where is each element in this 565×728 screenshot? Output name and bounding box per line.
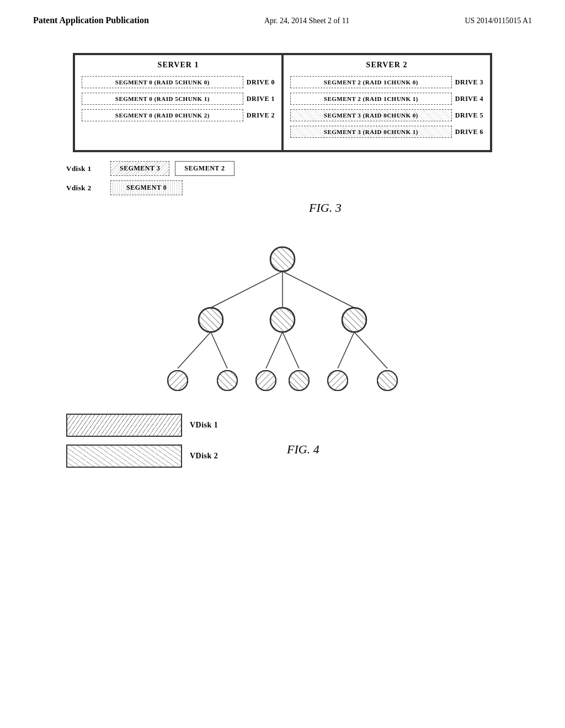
tree-line-l2l-left [178,332,211,368]
drive-row-3: SEGMENT 2 (RAID 1CHUNK 0) DRIVE 3 [290,76,483,88]
vdisk1-seg3: SEGMENT 3 [110,161,169,176]
tree-line-root-left [211,271,282,308]
server1-title: SERVER 1 [82,61,275,69]
tree-diagram [145,243,420,397]
tree-line-l2r-left [338,332,354,368]
vdisk2-label: Vdisk 2 [66,184,105,192]
vdisk1-row: Vdisk 1 SEGMENT 3 SEGMENT 2 [66,161,532,176]
segment-s1-2: SEGMENT 0 (RAID 0CHUNK 2) [82,109,243,121]
drive-label-3: DRIVE 3 [455,78,483,87]
server2-title: SERVER 2 [290,61,483,69]
segment-s1-1: SEGMENT 0 (RAID 5CHUNK 1) [82,93,243,105]
drive-row-4: SEGMENT 2 (RAID 1CHUNK 1) DRIVE 4 [290,93,483,105]
tree-svg [145,243,420,397]
tree-line-l2r-right [354,332,387,368]
server1-box: SERVER 1 SEGMENT 0 (RAID 5CHUNK 0) DRIVE… [74,54,282,151]
drive-label-1: DRIVE 1 [247,95,275,103]
segment-s2-1: SEGMENT 2 (RAID 1CHUNK 1) [290,93,452,105]
drive-row-1: SEGMENT 0 (RAID 5CHUNK 1) DRIVE 1 [82,93,275,105]
fig3-diagram: SERVER 1 SEGMENT 0 (RAID 5CHUNK 0) DRIVE… [33,53,532,215]
vdisk1-legend-box [66,414,182,437]
servers-container: SERVER 1 SEGMENT 0 (RAID 5CHUNK 0) DRIVE… [73,53,492,152]
segment-s2-3: SEGMENT 3 (RAID 0CHUNK 1) [290,126,452,138]
drive-label-6: DRIVE 6 [455,128,483,136]
tree-line-l2l-right [211,332,227,368]
fig3-label: FIG. 3 [309,201,532,215]
vdisk2-seg0: SEGMENT 0 [110,180,183,195]
legend-section: VDisk 1 VDisk 2 [66,414,532,468]
segment-s2-0: SEGMENT 2 (RAID 1CHUNK 0) [290,76,452,88]
vdisk2-legend-label: VDisk 2 [190,452,218,461]
sheet-info: Apr. 24, 2014 Sheet 2 of 11 [264,17,349,25]
tree-line-l2c-right [282,332,299,368]
fig4-section: VDisk 1 VDisk 2 FIG. 4 [33,243,532,457]
tree-line-l2c-left [266,332,282,368]
drive-label-2: DRIVE 2 [247,111,275,120]
vdisk-section: Vdisk 1 SEGMENT 3 SEGMENT 2 Vdisk 2 SEGM… [66,161,532,195]
vdisk1-legend-label: VDisk 1 [190,421,218,430]
drive-label-0: DRIVE 0 [247,78,275,87]
fig3-section: SERVER 1 SEGMENT 0 (RAID 5CHUNK 0) DRIVE… [0,25,565,468]
vdisk1-label: Vdisk 1 [66,164,105,173]
publication-title: Patent Application Publication [33,15,149,25]
patent-number: US 2014/0115015 A1 [465,17,532,25]
vdisk1-seg2: SEGMENT 2 [175,161,234,176]
drive-row-5: SEGMENT 3 (RAID 0CHUNK 0) DRIVE 5 [290,109,483,121]
drive-label-5: DRIVE 5 [455,111,483,120]
drive-label-4: DRIVE 4 [455,95,483,103]
vdisk1-legend-row: VDisk 1 [66,414,532,437]
server2-box: SERVER 2 SEGMENT 2 (RAID 1CHUNK 0) DRIVE… [282,54,491,151]
drive-row-2: SEGMENT 0 (RAID 0CHUNK 2) DRIVE 2 [82,109,275,121]
vdisk2-row: Vdisk 2 SEGMENT 0 [66,180,532,195]
fig4-label: FIG. 4 [287,442,532,457]
tree-line-root-right [282,271,354,308]
vdisk2-legend-box [66,445,182,468]
page-header: Patent Application Publication Apr. 24, … [0,0,565,25]
segment-s1-0: SEGMENT 0 (RAID 5CHUNK 0) [82,76,243,88]
drive-row-6: SEGMENT 3 (RAID 0CHUNK 1) DRIVE 6 [290,126,483,138]
drive-row-0: SEGMENT 0 (RAID 5CHUNK 0) DRIVE 0 [82,76,275,88]
segment-s2-2: SEGMENT 3 (RAID 0CHUNK 0) [290,109,452,121]
